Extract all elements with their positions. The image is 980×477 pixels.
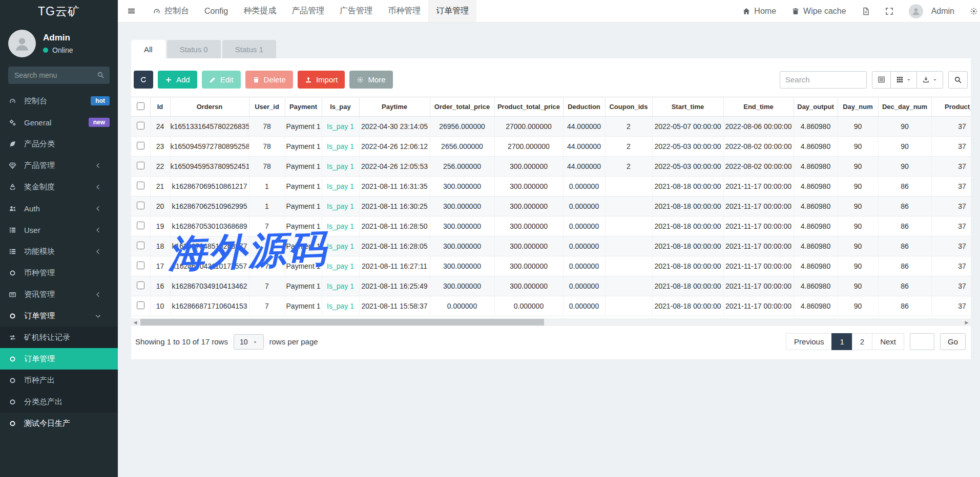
row-checkbox[interactable] [137,122,144,129]
cell-dec_day_num: 86 [878,236,931,256]
sidebar-item[interactable]: Generalnew [0,112,118,133]
tab-all[interactable]: All [131,40,165,58]
page-size-dropdown[interactable]: 10 [234,334,264,350]
scroll-left-arrow[interactable]: ◀ [131,318,139,326]
log-file-button[interactable] [854,0,878,22]
sidebar-item[interactable]: 奖金制度 [0,176,118,198]
cell-is_pay[interactable]: Is_pay 1 [322,216,359,236]
col-header-end_time[interactable]: End_time [723,97,794,117]
row-checkbox[interactable] [137,162,144,169]
gear-icon [357,76,364,83]
go-button[interactable]: Go [940,333,966,350]
select-all-checkbox[interactable] [137,102,144,110]
sidebar-item[interactable]: 测试今日生产 [0,413,118,434]
col-header-product_total_price[interactable]: Product_total_price [494,97,563,117]
sidebar-item[interactable]: User [0,219,118,241]
sidebar-item[interactable]: 控制台hot [0,90,118,112]
tab-status-0[interactable]: Status 0 [167,40,221,58]
cell-is_pay[interactable]: Is_pay 1 [322,276,359,296]
sidebar-subitem[interactable]: 订单管理 [0,348,118,370]
row-checkbox[interactable] [137,242,144,249]
col-header-payment[interactable]: Payment [285,97,322,117]
refresh-button[interactable] [134,71,153,89]
import-button[interactable]: Import [298,71,345,89]
export-button[interactable] [916,71,943,89]
sidebar-item[interactable]: Auth [0,198,118,219]
search-icon[interactable] [97,71,105,79]
horizontal-scrollbar[interactable]: ◀ ▶ [131,318,971,326]
fullscreen-button[interactable] [878,0,901,22]
topnav-item[interactable]: 控制台 [145,0,197,22]
topnav-item[interactable]: 产品管理 [284,0,332,22]
page-button-previous[interactable]: Previous [786,333,832,350]
cell-product_id: 37 [931,296,971,316]
wipe-cache-button[interactable]: Wipe cache [784,0,854,22]
sidebar-item[interactable]: 功能模块 [0,241,118,262]
row-checkbox[interactable] [137,301,144,309]
table-row: 18k1628670485102639777Payment 1Is_pay 12… [131,236,971,256]
toggle-view-button[interactable] [872,71,891,89]
row-checkbox[interactable] [137,182,144,189]
col-header-paytime[interactable]: Paytime [359,97,430,117]
row-checkbox[interactable] [137,281,144,289]
col-header-product_id[interactable]: Product_id [931,97,971,117]
add-button[interactable]: Add [158,71,197,89]
settings-button[interactable] [962,0,980,22]
sidebar-subitem[interactable]: 币种产出 [0,370,118,391]
col-header-coupon_ids[interactable]: Coupon_ids [605,97,652,117]
sidebar-item[interactable]: 资讯管理 [0,284,118,305]
app-logo[interactable]: TG云矿 [0,0,118,23]
col-header-day_num[interactable]: Day_num [838,97,878,117]
col-header-id[interactable]: Id [150,97,170,117]
col-header-start_time[interactable]: Start_time [652,97,723,117]
cell-is_pay[interactable]: Is_pay 1 [322,236,359,256]
more-button[interactable]: More [349,71,392,89]
table-search-input[interactable] [780,71,867,89]
topnav-item[interactable]: 种类提成 [236,0,284,22]
topnav-item[interactable]: 订单管理 [428,0,476,22]
refresh-icon [140,76,147,83]
page-button-1[interactable]: 1 [831,333,852,350]
row-checkbox[interactable] [137,262,144,269]
cell-is_pay[interactable]: Is_pay 1 [322,256,359,276]
row-checkbox[interactable] [137,202,144,209]
sidebar-item[interactable]: 产品分类 [0,133,118,155]
col-header-dec_day_num[interactable]: Dec_day_num [878,97,931,117]
home-button[interactable]: Home [735,0,784,22]
cell-is_pay[interactable]: Is_pay 1 [322,117,359,137]
delete-button[interactable]: Delete [245,71,293,89]
col-header-deduction[interactable]: Deduction [563,97,605,117]
sidebar-item[interactable]: 订单管理 [0,305,118,327]
row-checkbox[interactable] [137,142,144,149]
edit-button[interactable]: Edit [202,71,241,89]
col-header-order_total_price[interactable]: Order_total_price [430,97,494,117]
col-header-user_id[interactable]: User_id [249,97,285,117]
col-header-is_pay[interactable]: Is_pay [322,97,359,117]
sidebar-item[interactable]: 币种管理 [0,262,118,284]
cell-is_pay[interactable]: Is_pay 1 [322,296,359,316]
goto-page-input[interactable] [910,333,934,350]
col-header-day_output[interactable]: Day_output [794,97,838,117]
topnav-item[interactable]: Config [197,0,236,22]
tab-status-1[interactable]: Status 1 [222,40,276,58]
cell-is_pay[interactable]: Is_pay 1 [322,157,359,177]
advanced-search-button[interactable] [948,71,968,89]
row-checkbox[interactable] [137,222,144,229]
topnav-item[interactable]: 广告管理 [332,0,380,22]
admin-menu[interactable]: Admin [901,0,962,22]
scroll-right-arrow[interactable]: ▶ [963,318,971,326]
sidebar-subitem[interactable]: 分类总产出 [0,391,118,413]
sidebar-item[interactable]: 产品管理 [0,155,118,176]
columns-button[interactable] [890,71,917,89]
col-header-ordersn[interactable]: Ordersn [170,97,249,117]
sidebar-subitem[interactable]: 矿机转让记录 [0,327,118,348]
scrollbar-thumb[interactable] [140,319,544,326]
cell-is_pay[interactable]: Is_pay 1 [322,177,359,197]
topnav-item[interactable]: 币种管理 [380,0,428,22]
sidebar-search-input[interactable] [8,67,110,84]
page-button-2[interactable]: 2 [852,333,872,350]
menu-toggle-button[interactable] [118,0,145,22]
cell-is_pay[interactable]: Is_pay 1 [322,137,359,157]
cell-is_pay[interactable]: Is_pay 1 [322,197,359,216]
page-button-next[interactable]: Next [872,333,904,350]
